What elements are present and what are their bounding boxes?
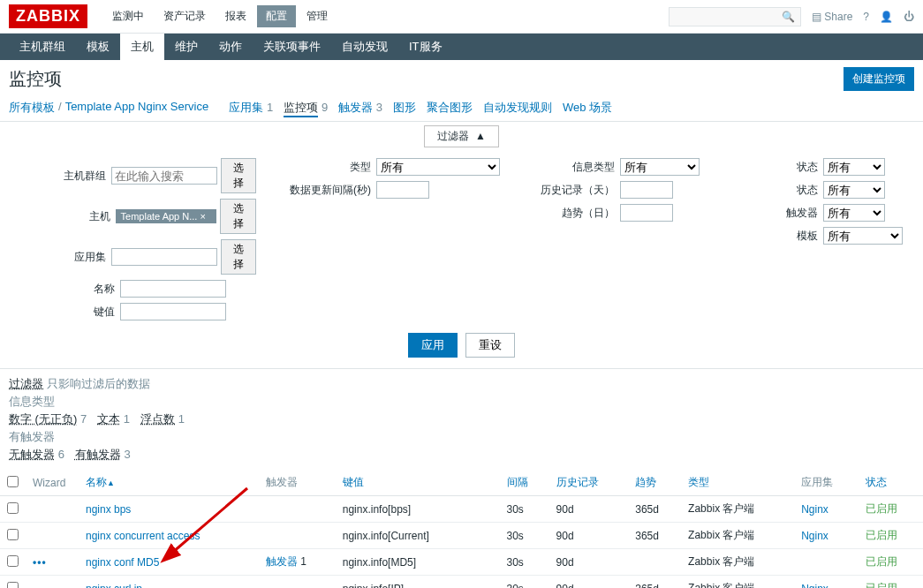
update-interval-input[interactable]: [376, 181, 429, 199]
subnav-item[interactable]: 动作: [208, 34, 253, 60]
trigger-link[interactable]: 触发器: [266, 555, 298, 568]
crumb-tab[interactable]: 图形: [393, 101, 416, 114]
logout-icon[interactable]: ⏻: [904, 11, 914, 23]
table-row: nginx concurrent accessnginx.info[Curren…: [0, 523, 923, 549]
topnav-item[interactable]: 配置: [257, 5, 296, 27]
topnav-item[interactable]: 资产记录: [155, 5, 215, 27]
trend-input[interactable]: [620, 204, 673, 222]
topnav-item[interactable]: 报表: [216, 5, 255, 27]
row-checkbox[interactable]: [7, 555, 19, 567]
crumb-tab[interactable]: 监控项: [284, 101, 318, 117]
create-item-button[interactable]: 创建监控项: [844, 67, 914, 91]
crumb-tab[interactable]: 触发器: [338, 101, 373, 114]
interval-cell: 30s: [500, 549, 549, 576]
row-checkbox[interactable]: [7, 502, 19, 514]
appset-select-button[interactable]: 选择: [221, 239, 256, 275]
state-select[interactable]: 所有: [823, 158, 885, 176]
filter-toggle-row: 过滤器 ▲: [0, 122, 923, 151]
key-cell: nginx.info[bps]: [336, 496, 500, 523]
crumb-all-templates[interactable]: 所有模板: [9, 100, 55, 116]
help-icon[interactable]: ?: [863, 11, 869, 23]
subnav-item[interactable]: 自动发现: [331, 34, 398, 60]
status-link[interactable]: 已启用: [866, 529, 897, 541]
col-header[interactable]: 间隔: [500, 470, 549, 496]
top-nav: 监测中资产记录报表配置管理: [103, 5, 337, 27]
item-name-link[interactable]: nginx concurrent access: [86, 530, 200, 542]
topnav-item[interactable]: 管理: [298, 5, 337, 27]
state-label: 状态: [721, 160, 818, 175]
subfilter-item[interactable]: 有触发器 3: [75, 448, 131, 461]
global-search[interactable]: 🔍: [669, 7, 801, 26]
history-input[interactable]: [620, 181, 673, 199]
item-name-link[interactable]: nginx conf MD5: [86, 556, 159, 569]
col-header[interactable]: 状态: [859, 470, 923, 496]
crumb-tab[interactable]: 自动发现规则: [483, 101, 552, 114]
row-checkbox[interactable]: [7, 582, 19, 589]
subfilter-item[interactable]: 文本 1: [97, 412, 130, 426]
subfilter-item[interactable]: 浮点数 1: [140, 412, 185, 426]
interval-cell: 30s: [500, 576, 549, 589]
filter-toggle-button[interactable]: 过滤器 ▲: [424, 125, 499, 147]
crumb-tab[interactable]: 聚合图形: [427, 101, 473, 114]
col-header[interactable]: 历史记录: [549, 470, 629, 496]
crumb-tab[interactable]: Web 场景: [563, 101, 612, 114]
item-name-link[interactable]: nginx curl ip: [86, 583, 142, 589]
subfilter-item[interactable]: 无触发器 6: [9, 448, 64, 461]
subfilter-item[interactable]: 数字 (无正负) 7: [9, 412, 87, 426]
host-select-button[interactable]: 选择: [220, 199, 256, 234]
filter-reset-button[interactable]: 重设: [465, 333, 515, 358]
col-header[interactable]: [0, 470, 26, 496]
infotype-select[interactable]: 所有: [620, 158, 700, 176]
hostgroup-select-button[interactable]: 选择: [221, 158, 256, 193]
col-header[interactable]: 趋势: [628, 470, 681, 496]
breadcrumb: 所有模板 / Template App Nginx Service 应用集 1监…: [0, 94, 923, 122]
col-header[interactable]: 键值: [336, 470, 500, 496]
crumb-tab[interactable]: 应用集: [229, 101, 263, 114]
key-input[interactable]: [120, 303, 226, 320]
col-header[interactable]: 类型: [681, 470, 794, 496]
user-icon[interactable]: 👤: [880, 11, 893, 23]
app-link[interactable]: Nginx: [801, 530, 828, 542]
subnav-item[interactable]: 主机: [120, 34, 164, 60]
status-link[interactable]: 已启用: [866, 502, 897, 515]
trend-cell: 365d: [628, 576, 681, 589]
template-select[interactable]: 所有: [823, 227, 903, 245]
type-select[interactable]: 所有: [376, 158, 500, 176]
subnav-item[interactable]: 主机群组: [9, 34, 76, 60]
select-all-checkbox[interactable]: [7, 476, 19, 487]
host-label: 主机: [18, 209, 110, 224]
col-header[interactable]: 应用集: [794, 470, 859, 496]
appset-input[interactable]: [111, 248, 217, 266]
share-link[interactable]: ▤ Share: [812, 11, 852, 23]
name-input[interactable]: [120, 280, 226, 298]
subnav-item[interactable]: 维护: [164, 34, 208, 60]
topnav-item[interactable]: 监测中: [103, 5, 153, 27]
subnav-item[interactable]: 模板: [76, 34, 120, 60]
table-row: nginx curl ipnginx.info[IP]30s90d365dZab…: [0, 576, 923, 589]
interval-cell: 30s: [500, 496, 549, 523]
subnav-item[interactable]: IT服务: [398, 34, 453, 60]
app-link[interactable]: Nginx: [801, 583, 828, 589]
host-tag[interactable]: Template App N... ×: [116, 209, 217, 223]
hostgroup-label: 主机群组: [18, 169, 106, 184]
col-header[interactable]: Wizard: [26, 470, 79, 496]
row-checkbox[interactable]: [7, 529, 19, 540]
hostgroup-input[interactable]: [111, 167, 217, 185]
item-name-link[interactable]: nginx bps: [86, 503, 131, 516]
trigger-select[interactable]: 所有: [823, 204, 885, 222]
crumb-template[interactable]: Template App Nginx Service: [65, 100, 209, 116]
subnav-item[interactable]: 关联项事件: [253, 34, 331, 60]
filter-apply-button[interactable]: 应用: [408, 333, 458, 358]
app-link[interactable]: Nginx: [801, 503, 828, 516]
history-cell: 90d: [549, 549, 629, 576]
col-header[interactable]: 名称▲: [79, 470, 259, 496]
col-header[interactable]: 触发器: [259, 470, 336, 496]
appset-label: 应用集: [18, 250, 106, 265]
subfilter-infotype-label: 信息类型: [9, 395, 55, 408]
wizard-icon[interactable]: •••: [33, 556, 47, 569]
status-select[interactable]: 所有: [823, 181, 885, 199]
status-link[interactable]: 已启用: [866, 555, 897, 568]
page-header: 监控项 创建监控项: [0, 60, 923, 94]
status-link[interactable]: 已启用: [866, 582, 897, 588]
type-label: 类型: [274, 160, 371, 175]
